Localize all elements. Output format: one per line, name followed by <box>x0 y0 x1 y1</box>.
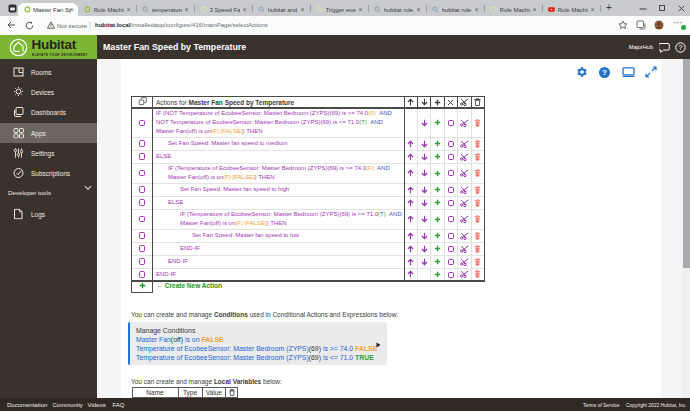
svg-text:?: ? <box>679 44 683 51</box>
svg-text:?: ? <box>602 68 607 77</box>
